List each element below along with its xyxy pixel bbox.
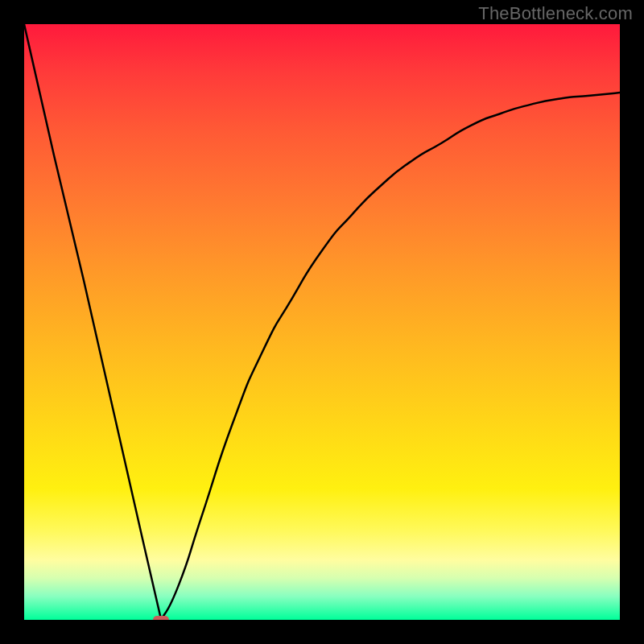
bottleneck-curve [24,24,620,620]
watermark-label: TheBottleneck.com [478,3,633,24]
chart-frame: TheBottleneck.com [0,0,644,644]
plot-area [24,24,620,620]
optimal-marker [153,616,169,620]
